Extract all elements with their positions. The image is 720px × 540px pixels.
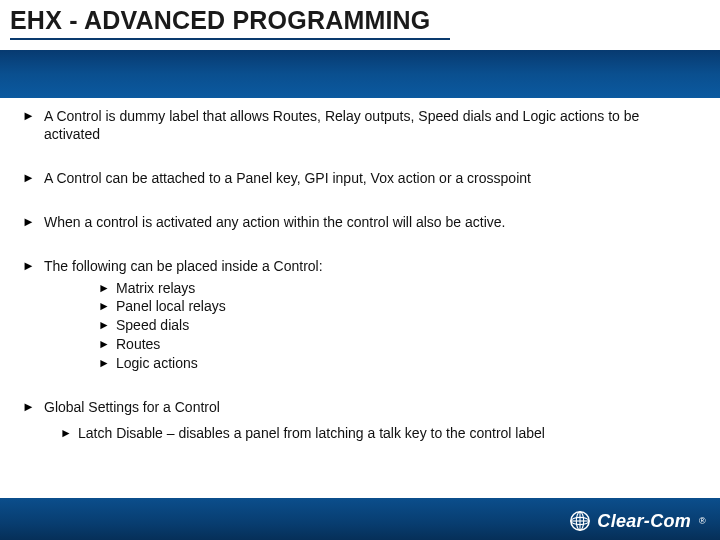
triangle-icon: ► [60, 426, 72, 440]
triangle-icon: ► [22, 400, 35, 413]
sub-text: Speed dials [116, 317, 189, 333]
sub-text: Matrix relays [116, 280, 195, 296]
title-underline [10, 38, 450, 40]
content-area: ► A Control is dummy label that allows R… [22, 108, 692, 469]
bullet-text: A Control is dummy label that allows Rou… [44, 108, 639, 142]
sub-text: Routes [116, 336, 160, 352]
sub-text: Panel local relays [116, 298, 226, 314]
sub-item: ► Routes [98, 336, 692, 354]
slide: EHX - ADVANCED PROGRAMMING ► A Control i… [0, 0, 720, 540]
bullet-item: ► The following can be placed inside a C… [22, 258, 692, 373]
brand-text: Clear-Com [597, 511, 691, 532]
sub-item: ► Latch Disable – disables a panel from … [60, 425, 692, 443]
bullet-text: Global Settings for a Control [44, 399, 220, 415]
sub-item: ► Logic actions [98, 355, 692, 373]
bullet-item: ► When a control is activated any action… [22, 214, 692, 232]
triangle-icon: ► [98, 356, 110, 370]
registered-mark: ® [699, 516, 706, 526]
sub-text: Latch Disable – disables a panel from la… [78, 425, 545, 441]
triangle-icon: ► [98, 337, 110, 351]
sub-text: Logic actions [116, 355, 198, 371]
triangle-icon: ► [22, 171, 35, 184]
triangle-icon: ► [98, 281, 110, 295]
sub-item: ► Matrix relays [98, 280, 692, 298]
triangle-icon: ► [22, 109, 35, 122]
footer-band: Clear-Com® [0, 498, 720, 540]
bullet-item: ► A Control is dummy label that allows R… [22, 108, 692, 144]
header-band [0, 50, 720, 98]
brand-logo: Clear-Com® [569, 510, 706, 532]
bullet-item: ► Global Settings for a Control ► Latch … [22, 399, 692, 443]
sub-list: ► Matrix relays ► Panel local relays ► S… [98, 280, 692, 374]
bullet-text: A Control can be attached to a Panel key… [44, 170, 531, 186]
sub-item: ► Speed dials [98, 317, 692, 335]
triangle-icon: ► [98, 299, 110, 313]
triangle-icon: ► [22, 259, 35, 272]
bullet-item: ► A Control can be attached to a Panel k… [22, 170, 692, 188]
bullet-text: The following can be placed inside a Con… [44, 258, 323, 274]
sub-item: ► Panel local relays [98, 298, 692, 316]
sub-list: ► Latch Disable – disables a panel from … [60, 425, 692, 443]
globe-icon [569, 510, 591, 532]
slide-title: EHX - ADVANCED PROGRAMMING [10, 6, 430, 35]
triangle-icon: ► [22, 215, 35, 228]
bullet-text: When a control is activated any action w… [44, 214, 505, 230]
triangle-icon: ► [98, 318, 110, 332]
